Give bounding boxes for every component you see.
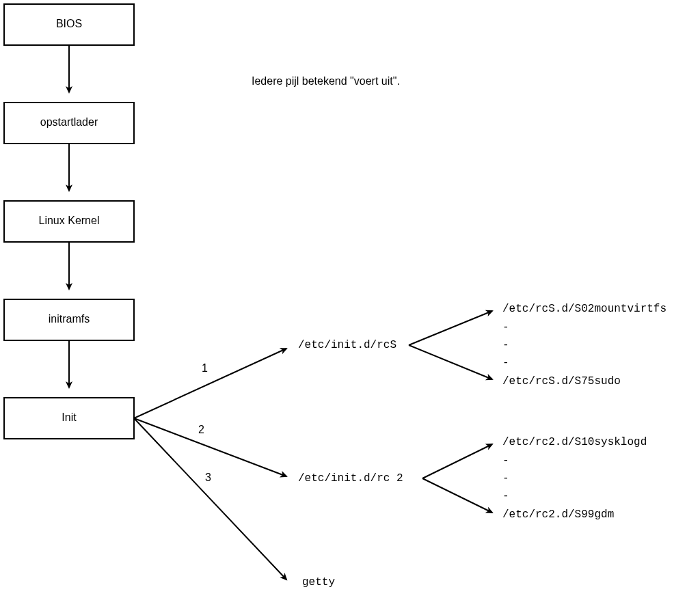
path-rc2-first: /etc/rc2.d/S10sysklogd [502, 436, 647, 448]
rc2-dash-3: - [502, 490, 509, 502]
box-init: Init [4, 398, 134, 439]
arrow-rc2-to-last [422, 478, 492, 513]
boot-sequence-diagram: BIOS opstartlader Linux Kernel initramfs… [0, 0, 700, 598]
arrow-init-to-rcS [134, 349, 286, 418]
path-getty: getty [302, 576, 335, 588]
rc2-dash-2: - [502, 472, 509, 485]
rc2-dash-1: - [502, 454, 509, 467]
init-label: Init [62, 411, 77, 423]
box-bios: BIOS [4, 4, 134, 45]
box-initramfs: initramfs [4, 299, 134, 340]
path-rc2-last: /etc/rc2.d/S99gdm [502, 508, 614, 521]
label-1: 1 [202, 362, 208, 374]
arrow-rc2-to-first [422, 444, 492, 478]
box-bootloader: opstartlader [4, 103, 134, 144]
rcS-dash-1: - [502, 321, 509, 334]
path-rcS-last: /etc/rcS.d/S75sudo [502, 375, 621, 388]
path-rcS-first: /etc/rcS.d/S02mountvirtfs [502, 303, 667, 315]
kernel-label: Linux Kernel [39, 215, 100, 226]
arrow-rcS-to-first [409, 311, 492, 345]
path-rc2: /etc/init.d/rc 2 [298, 472, 403, 485]
rcS-dash-2: - [502, 339, 509, 351]
caption-text: Iedere pijl betekend "voert uit". [252, 75, 400, 87]
path-rcS: /etc/init.d/rcS [298, 339, 396, 351]
bios-label: BIOS [56, 18, 82, 29]
arrow-rcS-to-last [409, 345, 492, 379]
initramfs-label: initramfs [49, 313, 90, 325]
arrow-init-to-getty [134, 418, 286, 580]
rcS-dash-3: - [502, 357, 509, 369]
label-2: 2 [198, 424, 204, 435]
bootloader-label: opstartlader [40, 116, 98, 128]
box-kernel: Linux Kernel [4, 201, 134, 242]
arrow-init-to-rc2 [134, 418, 286, 476]
label-3: 3 [205, 472, 211, 483]
